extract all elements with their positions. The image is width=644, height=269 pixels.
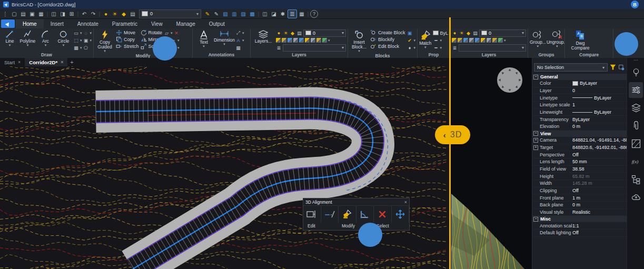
layers-dialog-button[interactable]: Layers... xyxy=(252,29,274,44)
layer-tool-icon[interactable] xyxy=(492,38,497,43)
polyline-button[interactable]: Polyline▾ xyxy=(19,29,36,47)
entity-track-icon[interactable]: ▥ xyxy=(230,10,239,18)
layer-tool-icon[interactable] xyxy=(311,38,315,43)
property-row-lens-length[interactable]: Lens length50 mm xyxy=(532,158,627,166)
property-row-target[interactable]: +Target848820.6, -91492.01, -88629.03 xyxy=(532,144,627,152)
tool-icon[interactable]: ⬠ xyxy=(83,45,88,51)
property-row-color[interactable]: ColorByLayer xyxy=(532,80,627,87)
dimension-button[interactable]: Dimension▾ xyxy=(215,29,234,46)
layer-tool-icon[interactable] xyxy=(305,38,310,43)
layer-tool-icon[interactable] xyxy=(293,38,298,43)
sheet-set-icon[interactable] xyxy=(629,136,643,152)
property-row-visual-style[interactable]: Visual styleRealistic xyxy=(532,209,627,216)
text-button[interactable]: Text▾ xyxy=(194,29,213,48)
print-preview-icon[interactable]: ◨ xyxy=(58,10,67,18)
property-row-front-plane[interactable]: Front plane1 m xyxy=(532,194,627,202)
cloud-upload-icon[interactable] xyxy=(629,190,643,205)
property-row-width[interactable]: Width145.28 m xyxy=(532,180,627,187)
tool-icon[interactable]: A xyxy=(235,38,241,43)
tool-icon[interactable]: ✕ xyxy=(174,31,180,36)
brush-button[interactable] xyxy=(339,206,356,223)
layer-tool-icon[interactable] xyxy=(487,38,491,43)
property-row-perspective[interactable]: PerspectiveOff xyxy=(532,151,627,158)
edit-block-button[interactable]: Edit Block xyxy=(370,43,405,49)
dwg-compare-button[interactable]: ABDwg Compare xyxy=(567,29,594,51)
match-properties-brush-icon[interactable]: ✎ xyxy=(203,10,212,18)
paperclip-icon[interactable] xyxy=(629,118,643,134)
layer-lock-icon[interactable]: ◆ xyxy=(120,10,128,18)
new-file-icon[interactable]: ▢ xyxy=(10,10,18,18)
tool-icon[interactable]: ▩ xyxy=(73,45,79,51)
layer-tool-icon[interactable] xyxy=(276,38,281,43)
stretch-button[interactable]: Stretch xyxy=(116,43,139,49)
properties-sliders-icon[interactable] xyxy=(629,82,643,98)
rotate-button[interactable]: Rotate xyxy=(141,29,163,36)
tool-icon[interactable]: ▱ xyxy=(164,31,170,36)
toolbar-handle-icon[interactable]: ⋮ xyxy=(1,10,9,18)
select-similar-icon[interactable] xyxy=(618,64,625,71)
settings-gear-icon[interactable]: ✱ xyxy=(279,10,287,18)
ribbon-tab-insert[interactable]: Insert xyxy=(44,19,71,28)
publish-icon[interactable]: ⊞ xyxy=(67,10,76,18)
layer-tool-icon[interactable] xyxy=(475,38,480,43)
doc-tab-start[interactable]: Start× xyxy=(0,58,25,66)
tool-icon[interactable]: ✔ xyxy=(407,38,412,43)
layer-plot-icon[interactable]: ▤ xyxy=(128,10,137,18)
layer-plot-icon[interactable]: ▤ xyxy=(472,31,478,36)
property-row-clipping[interactable]: ClippingOff xyxy=(532,187,627,195)
layer-freeze-sun-icon[interactable]: ☀ xyxy=(111,10,119,18)
layers-icon[interactable] xyxy=(629,100,643,116)
match-properties-button[interactable]: Match▾ xyxy=(419,29,431,49)
redo-icon[interactable]: ↷ xyxy=(89,10,97,18)
copy-guided-button[interactable]: Copy Guided▾ xyxy=(95,29,114,53)
layer-filter-icon[interactable]: ≣ xyxy=(452,45,458,51)
layer-filter-dropdown[interactable]: ▾ xyxy=(459,44,526,52)
property-row-elevation[interactable]: Elevation0 m xyxy=(532,123,627,131)
property-row-back-plane[interactable]: Back plane0 m xyxy=(532,202,627,209)
close-icon[interactable]: × xyxy=(61,59,63,65)
ribbon-tab-view[interactable]: View xyxy=(144,19,170,28)
property-row-lineweight[interactable]: LineweightByLayer xyxy=(532,109,627,116)
delete-x-button[interactable] xyxy=(374,206,392,223)
insert-block-button[interactable]: Insert Block...▾ xyxy=(350,29,369,53)
angle-button[interactable] xyxy=(356,206,374,223)
compare-slider-3d-button[interactable]: ‹ 3D xyxy=(435,125,470,144)
alignment-toolbar-title-bar[interactable]: 3D Alignment × xyxy=(303,198,409,206)
ribbon-tab-annotate[interactable]: Annotate xyxy=(71,19,105,28)
edit-pencil-icon[interactable]: ✎ xyxy=(212,10,221,18)
property-row-height[interactable]: Height65.82 m xyxy=(532,173,627,180)
move-arrows-button[interactable] xyxy=(392,206,410,223)
collapse-icon[interactable]: − xyxy=(533,131,538,136)
ribbon-tab-home[interactable]: Home xyxy=(16,19,44,28)
open-folder-icon[interactable]: ▤ xyxy=(19,10,27,18)
layer-tool-icon[interactable] xyxy=(299,38,304,43)
tool-icon[interactable]: ━ xyxy=(433,45,439,51)
ribbon-tab-parametric[interactable]: Parametric xyxy=(105,19,144,28)
layer-tool-icon[interactable] xyxy=(463,38,468,43)
group-button[interactable]: Group...▾ xyxy=(530,29,546,48)
entity-snap-icon[interactable]: ▧ xyxy=(221,10,230,18)
close-icon[interactable]: × xyxy=(18,59,21,65)
layer-on-bulb-icon[interactable]: ● xyxy=(102,10,110,18)
ribbon-tab-output[interactable]: Output xyxy=(202,19,232,28)
layer-tool-icon[interactable] xyxy=(481,38,486,43)
layer-filter-dropdown[interactable]: ▾ xyxy=(283,44,346,52)
layer-on-icon[interactable]: ● xyxy=(452,31,458,36)
selection-modes-icon[interactable]: ▨ xyxy=(239,10,247,18)
lightbulb-icon[interactable] xyxy=(629,64,643,80)
layer-plot-icon[interactable]: ▤ xyxy=(296,31,302,36)
save-icon[interactable]: ▣ xyxy=(28,10,36,18)
render-image-icon[interactable]: ▦ xyxy=(298,10,306,18)
layer-dropdown[interactable]: 0▾ xyxy=(139,9,201,18)
section-header-view[interactable]: −View xyxy=(532,131,627,137)
tool-icon[interactable]: ⬚ xyxy=(73,38,79,43)
layer-lock-icon[interactable]: ◆ xyxy=(465,31,471,36)
filter-icon[interactable] xyxy=(609,64,617,71)
new-tab-button[interactable]: + xyxy=(67,58,76,66)
help-icon[interactable]: ? xyxy=(310,10,318,18)
expand-icon[interactable]: + xyxy=(533,138,538,143)
collapse-icon[interactable]: − xyxy=(533,75,538,79)
tool-icon[interactable]: ◌ xyxy=(83,31,88,36)
layer-tool-icon[interactable] xyxy=(282,38,286,43)
section-header-misc[interactable]: −Misc xyxy=(532,216,627,222)
